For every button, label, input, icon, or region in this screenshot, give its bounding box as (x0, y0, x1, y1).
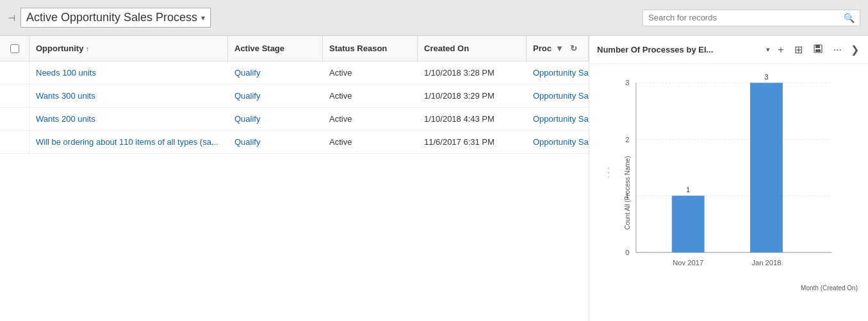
row-process-4: Opportunity Sa... (527, 131, 589, 153)
sort-asc-icon: ↑ (85, 45, 89, 53)
page-title: Active Opportunity Sales Process (26, 11, 197, 24)
top-bar: ⊣ Active Opportunity Sales Process ▾ 🔍 (0, 0, 868, 36)
chart-save-button[interactable] (810, 42, 826, 58)
chart-title: Number Of Processes by El... (597, 45, 761, 54)
opportunity-link-1[interactable]: Needs 100 units (36, 68, 96, 78)
col-created-on-label: Created On (424, 44, 469, 53)
svg-rect-2 (815, 49, 821, 52)
row-process-3: Opportunity Sa... (527, 108, 589, 130)
chart-y-label: Count All (Process Name) (624, 156, 631, 229)
filter-icon[interactable]: ▼ (555, 44, 564, 53)
search-icon[interactable]: 🔍 (844, 13, 855, 23)
col-process-label: Proc (533, 44, 552, 53)
chart-header: Number Of Processes by El... ▾ + ⊞ ··· ❯ (589, 36, 868, 64)
top-bar-left: ⊣ Active Opportunity Sales Process ▾ (8, 8, 643, 28)
chart-expand-button[interactable]: ❯ (849, 42, 860, 57)
row-stage-2[interactable]: Qualify (228, 85, 323, 107)
col-status-reason-label: Status Reason (329, 44, 387, 53)
svg-text:Jan 2018: Jan 2018 (751, 259, 781, 267)
row-checkbox-2[interactable] (0, 85, 29, 107)
table-row: Needs 100 units Qualify Active 1/10/2018… (0, 62, 589, 85)
row-process-1: Opportunity Sa... (527, 62, 589, 84)
row-opportunity-2: Wants 300 units (29, 85, 228, 107)
row-stage-1[interactable]: Qualify (228, 62, 323, 84)
row-status-2: Active (323, 85, 418, 107)
chart-layout-button[interactable]: ⊞ (792, 42, 805, 57)
row-stage-3[interactable]: Qualify (228, 108, 323, 130)
col-opportunity-label: Opportunity (36, 44, 83, 53)
svg-text:0: 0 (625, 249, 629, 256)
row-opportunity-4: Will be ordering about 110 items of all … (29, 131, 228, 153)
chart-x-label: Month (Created On) (801, 284, 858, 295)
chart-actions: + ⊞ ··· ❯ (775, 42, 860, 58)
table-section: Opportunity ↑ Active Stage Status Reason… (0, 36, 589, 321)
process-link-3[interactable]: Opportunity Sa... (533, 114, 589, 124)
refresh-icon[interactable]: ↻ (570, 44, 577, 53)
col-header-opportunity[interactable]: Opportunity ↑ (29, 36, 228, 61)
row-stage-4[interactable]: Qualify (228, 131, 323, 153)
row-process-2: Opportunity Sa... (527, 85, 589, 107)
pin-icon: ⊣ (8, 13, 15, 23)
title-dropdown-icon: ▾ (201, 13, 205, 22)
row-checkbox-1[interactable] (0, 62, 29, 84)
title-box[interactable]: Active Opportunity Sales Process ▾ (20, 8, 211, 28)
svg-text:3: 3 (764, 73, 768, 81)
search-box: 🔍 (643, 10, 860, 26)
row-created-1: 1/10/2018 3:28 PM (418, 62, 527, 84)
main-content: Opportunity ↑ Active Stage Status Reason… (0, 36, 868, 321)
table-header: Opportunity ↑ Active Stage Status Reason… (0, 36, 589, 62)
process-link-4[interactable]: Opportunity Sa... (533, 137, 589, 147)
col-active-stage-label: Active Stage (234, 44, 284, 53)
table-row: Wants 200 units Qualify Active 1/10/2018… (0, 108, 589, 131)
search-input[interactable] (648, 13, 844, 22)
svg-text:Nov 2017: Nov 2017 (673, 259, 703, 267)
header-checkbox-cell[interactable] (0, 36, 29, 61)
chart-svg: 0 1 2 3 1 Nov 2017 3 Jan 2018 (610, 72, 858, 290)
svg-text:3: 3 (625, 79, 629, 86)
process-link-1[interactable]: Opportunity Sa... (533, 68, 589, 78)
chart-section: Number Of Processes by El... ▾ + ⊞ ··· ❯ (589, 36, 868, 321)
row-checkbox-3[interactable] (0, 108, 29, 130)
chart-add-button[interactable]: + (775, 43, 786, 57)
chart-drag-handle: ··· (602, 167, 616, 180)
row-created-4: 11/6/2017 6:31 PM (418, 131, 527, 153)
row-status-4: Active (323, 131, 418, 153)
bar-jan-2018[interactable] (750, 83, 783, 252)
row-checkbox-4[interactable] (0, 131, 29, 153)
chart-body: Count All (Process Name) ··· 0 (589, 64, 868, 321)
table-row: Will be ordering about 110 items of all … (0, 131, 589, 154)
process-link-2[interactable]: Opportunity Sa... (533, 91, 589, 101)
opportunity-link-2[interactable]: Wants 300 units (36, 91, 95, 101)
row-opportunity-3: Wants 200 units (29, 108, 228, 130)
opportunity-link-3[interactable]: Wants 200 units (36, 114, 95, 124)
col-header-process[interactable]: Proc ▼ ↻ (527, 36, 589, 61)
svg-rect-1 (815, 45, 820, 48)
row-created-3: 1/10/2018 4:43 PM (418, 108, 527, 130)
row-created-2: 1/10/2018 3:29 PM (418, 85, 527, 107)
chart-more-button[interactable]: ··· (831, 43, 844, 57)
col-header-active-stage[interactable]: Active Stage (228, 36, 323, 61)
bar-nov-2017[interactable] (672, 195, 705, 252)
col-header-created-on[interactable]: Created On (418, 36, 527, 61)
row-opportunity-1: Needs 100 units (29, 62, 228, 84)
table-row: Wants 300 units Qualify Active 1/10/2018… (0, 85, 589, 108)
svg-text:2: 2 (625, 136, 629, 144)
row-status-1: Active (323, 62, 418, 84)
svg-text:1: 1 (686, 186, 690, 193)
col-header-status-reason[interactable]: Status Reason (323, 36, 418, 61)
chart-dropdown-icon[interactable]: ▾ (766, 45, 770, 54)
select-all-checkbox[interactable] (10, 44, 19, 53)
row-status-3: Active (323, 108, 418, 130)
opportunity-link-4[interactable]: Will be ordering about 110 items of all … (36, 137, 218, 147)
